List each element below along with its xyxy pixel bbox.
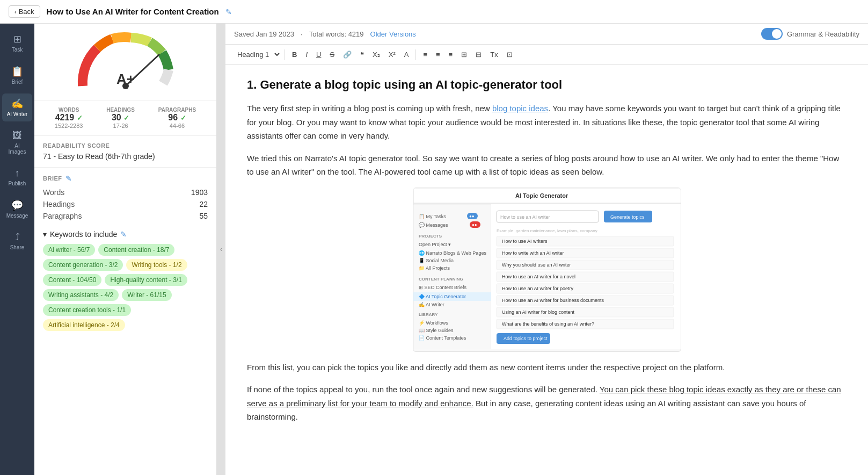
- subscript-button[interactable]: X₂: [369, 48, 384, 61]
- keywords-grid: Ai writer - 56/7 Content creation - 18/7…: [43, 244, 208, 331]
- keyword-tag[interactable]: Writing tools - 1/2: [126, 259, 187, 271]
- keywords-toggle[interactable]: ▾ Keywords to include ✎: [43, 230, 208, 239]
- format-divider-1: [285, 49, 285, 60]
- ordered-list-button[interactable]: ≡: [419, 48, 431, 61]
- svg-text:Using an AI writer for blog co: Using an AI writer for blog content: [502, 310, 575, 315]
- strikethrough-button[interactable]: S: [326, 48, 338, 61]
- brief-section-label: BRIEF: [43, 175, 62, 182]
- content-paragraph-4: If none of the topics appeal to you, run…: [247, 383, 847, 424]
- keyword-tag[interactable]: Content creation tools - 1/1: [43, 304, 131, 316]
- sidebar-item-brief[interactable]: 📋 Brief: [2, 61, 32, 89]
- page-title: How to Use An AI Writer for Content Crea…: [47, 7, 219, 16]
- sidebar-item-task[interactable]: ⊞ Task: [2, 29, 32, 57]
- paragraphs-value: 96 ✓: [158, 113, 196, 123]
- keywords-section: ▾ Keywords to include ✎ Ai writer - 56/7…: [34, 230, 216, 337]
- underline-button[interactable]: U: [312, 48, 325, 61]
- editor-content[interactable]: 1. Generate a blog topic using an AI top…: [225, 65, 868, 475]
- editor-meta-bar: Saved Jan 19 2023 · Total words: 4219 Ol…: [225, 24, 868, 45]
- chevron-left-icon: ‹: [14, 9, 17, 15]
- main-layout: ⊞ Task 📋 Brief ✍ AI Writer 🖼 AI Images ↑…: [0, 24, 868, 475]
- keyword-tag[interactable]: Content - 104/50: [43, 274, 101, 286]
- keyword-tag[interactable]: Artificial intelligence - 2/4: [43, 319, 125, 331]
- keywords-label: Keywords to include: [50, 230, 117, 239]
- blog-topic-ideas-link[interactable]: blog topic ideas: [492, 104, 548, 113]
- sidebar-item-ai-writer[interactable]: ✍ AI Writer: [2, 93, 32, 121]
- sidebar-item-share[interactable]: ⤴ Share: [2, 227, 32, 255]
- keyword-tag[interactable]: Ai writer - 56/7: [43, 244, 95, 256]
- words-stat: WORDS 4219 ✓ 1522-2283: [55, 107, 83, 129]
- topic-generator-image: AI Topic Generator + Create ▾ 📋 My Tasks…: [413, 188, 681, 352]
- readability-label: READABILITY SCORE: [43, 142, 208, 149]
- keywords-edit-icon[interactable]: ✎: [120, 230, 127, 239]
- content-paragraph-1: The very first step in writing a blog po…: [247, 102, 847, 143]
- left-nav: ⊞ Task 📋 Brief ✍ AI Writer 🖼 AI Images ↑…: [0, 24, 34, 475]
- svg-text:How to use an AI writer: How to use an AI writer: [500, 214, 550, 220]
- link-button[interactable]: 🔗: [339, 48, 355, 61]
- svg-text:📖 Style Guides: 📖 Style Guides: [419, 327, 454, 334]
- svg-text:✍ AI Writer: ✍ AI Writer: [419, 301, 444, 308]
- back-button[interactable]: ‹ Back: [9, 5, 40, 18]
- svg-text:●●: ●●: [472, 222, 477, 227]
- top-bar: ‹ Back How to Use An AI Writer for Conte…: [0, 0, 868, 24]
- brief-headings-row: Headings 22: [43, 200, 208, 208]
- format-divider-2: [415, 49, 416, 60]
- image-button[interactable]: ⊞: [457, 48, 471, 61]
- total-words: Total words: 4219: [309, 30, 364, 38]
- editor-area: Saved Jan 19 2023 · Total words: 4219 Ol…: [225, 24, 868, 475]
- sidebar-item-message[interactable]: 💬 Message: [2, 195, 32, 223]
- gauge-chart: A+: [72, 32, 179, 91]
- meta-separator: ·: [301, 30, 303, 38]
- svg-text:AI Topic Generator: AI Topic Generator: [515, 192, 568, 199]
- unordered-list-button[interactable]: ≡: [432, 48, 444, 61]
- brief-icon: 📋: [11, 66, 23, 77]
- svg-text:LIBRARY: LIBRARY: [419, 312, 438, 317]
- format-bar: Heading 1 Heading 2 Heading 3 Normal B I…: [225, 45, 868, 65]
- content-paragraph-3: From this list, you can pick the topics …: [247, 361, 847, 375]
- topic-generator-svg: AI Topic Generator + Create ▾ 📋 My Tasks…: [413, 188, 681, 349]
- svg-text:🔷 AI Topic Generator: 🔷 AI Topic Generator: [419, 293, 466, 300]
- sidebar-item-ai-images[interactable]: 🖼 AI Images: [2, 126, 32, 159]
- inline-link-1: You can pick these blog topic ideas exac…: [247, 385, 841, 408]
- older-versions-link[interactable]: Older Versions: [370, 30, 416, 38]
- message-icon: 💬: [11, 199, 23, 211]
- svg-text:📋 My Tasks: 📋 My Tasks: [419, 213, 446, 220]
- message-label: Message: [6, 213, 28, 219]
- publish-icon: ↑: [15, 168, 20, 179]
- brief-header: BRIEF ✎: [43, 174, 208, 183]
- svg-text:CONTENT PLANNING: CONTENT PLANNING: [419, 277, 463, 282]
- svg-text:🌐 Narrato Blogs & Web Pages: 🌐 Narrato Blogs & Web Pages: [419, 250, 486, 256]
- keyword-tag[interactable]: High-quality content - 3/1: [105, 274, 187, 286]
- align-button[interactable]: ≡: [445, 48, 457, 61]
- bold-button[interactable]: B: [288, 48, 301, 61]
- panel-collapse-handle[interactable]: ‹: [217, 24, 225, 475]
- chevron-down-icon: ▾: [43, 230, 47, 239]
- words-value: 4219 ✓: [55, 113, 83, 123]
- keyword-tag[interactable]: Content creation - 18/7: [98, 244, 174, 256]
- quote-button[interactable]: ❝: [356, 48, 368, 61]
- keyword-tag[interactable]: Writer - 61/15: [122, 289, 171, 301]
- grammar-label: Grammar & Readability: [787, 30, 859, 38]
- svg-text:📄 Content Templates: 📄 Content Templates: [419, 335, 466, 341]
- clear-format-button[interactable]: Tx: [486, 48, 501, 61]
- brief-edit-icon[interactable]: ✎: [65, 174, 72, 183]
- table-button[interactable]: ⊟: [472, 48, 485, 61]
- sidebar-item-publish[interactable]: ↑ Publish: [2, 163, 32, 191]
- heading-select[interactable]: Heading 1 Heading 2 Heading 3 Normal: [232, 48, 281, 61]
- svg-text:How to use an AI writer for bu: How to use an AI writer for business doc…: [502, 298, 604, 303]
- ai-writer-icon: ✍: [11, 98, 23, 110]
- code-button[interactable]: ⊡: [503, 48, 516, 61]
- svg-text:How to use an AI writer for po: How to use an AI writer for poetry: [502, 286, 574, 291]
- headings-value: 30 ✓: [106, 113, 135, 123]
- superscript-button[interactable]: X²: [385, 48, 399, 61]
- edit-title-icon[interactable]: ✎: [225, 8, 232, 16]
- grammar-toggle-switch[interactable]: [761, 28, 783, 40]
- keyword-tag[interactable]: Writing assistants - 4/2: [43, 289, 119, 301]
- text-color-button[interactable]: A: [400, 48, 413, 61]
- share-label: Share: [10, 244, 25, 250]
- collapse-icon: ‹: [220, 246, 222, 253]
- readability-section: READABILITY SCORE 71 - Easy to Read (6th…: [34, 136, 216, 168]
- keyword-tag[interactable]: Content generation - 3/2: [43, 259, 123, 271]
- svg-text:What are the benefits of using: What are the benefits of using an AI wri…: [502, 321, 594, 327]
- italic-button[interactable]: I: [302, 48, 311, 61]
- readability-score: 71 - Easy to Read (6th-7th grade): [43, 152, 208, 161]
